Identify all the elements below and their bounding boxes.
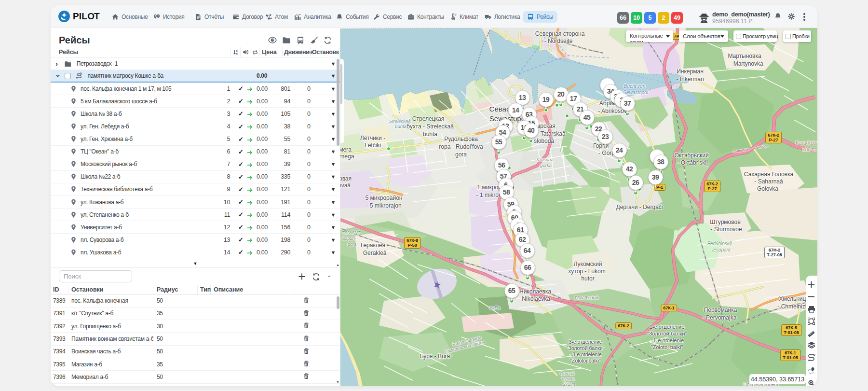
svg-text:я: я [236,52,237,55]
svg-text:29: 29 [808,368,812,372]
